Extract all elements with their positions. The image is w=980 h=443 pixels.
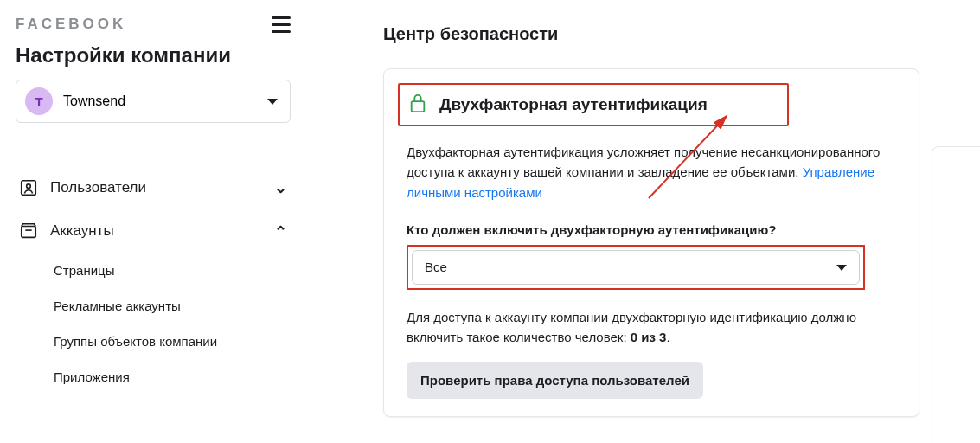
- svg-point-1: [27, 184, 31, 189]
- twofa-card: Двухфакторная аутентификация Двухфакторн…: [383, 68, 919, 417]
- twofa-question: Кто должен включить двухфакторную аутент…: [407, 220, 896, 240]
- company-name: Townsend: [63, 93, 125, 109]
- chevron-down-icon: [836, 265, 847, 271]
- info-suffix: .: [666, 330, 669, 344]
- nav-label: Аккаунты: [50, 222, 114, 240]
- sidebar-subitem-ad-accounts[interactable]: Рекламные аккаунты: [54, 288, 291, 324]
- chevron-down-icon: ⌄: [274, 178, 287, 197]
- users-icon: [19, 178, 38, 197]
- sidebar-subitem-asset-groups[interactable]: Группы объектов компании: [54, 324, 291, 359]
- annotation-box-heading: Двухфакторная аутентификация: [398, 83, 789, 126]
- accounts-icon: [19, 222, 38, 241]
- annotation-box-select: Все: [407, 245, 865, 290]
- sidebar-subitem-apps[interactable]: Приложения: [54, 359, 291, 395]
- adjacent-card-edge: [932, 146, 980, 443]
- card-heading: Двухфакторная аутентификация: [439, 95, 708, 114]
- sidebar-item-users[interactable]: Пользователи ⌄: [16, 166, 291, 209]
- twofa-who-select[interactable]: Все: [412, 250, 860, 285]
- twofa-info-text: Для доступа к аккаунту компании двухфакт…: [407, 307, 896, 348]
- company-selector[interactable]: T Townsend: [16, 80, 291, 123]
- chevron-down-icon: [267, 99, 278, 105]
- sidebar: FACEBOOK Настройки компании T Townsend: [0, 0, 307, 443]
- check-access-button[interactable]: Проверить права доступа пользователей: [407, 362, 703, 399]
- main-content: Центр безопасности Двухфакторная аутенти…: [307, 0, 980, 443]
- sidebar-subitem-pages[interactable]: Страницы: [54, 253, 291, 288]
- svg-rect-2: [22, 227, 36, 238]
- hamburger-icon[interactable]: [272, 16, 291, 33]
- page-title: Настройки компании: [16, 43, 291, 67]
- svg-rect-4: [412, 101, 425, 112]
- company-avatar: T: [25, 87, 53, 115]
- sidebar-item-accounts[interactable]: Аккаунты ⌄: [16, 209, 291, 253]
- lock-icon: [408, 92, 427, 118]
- main-title: Центр безопасности: [383, 24, 980, 44]
- select-value: Все: [425, 257, 447, 277]
- info-count: 0 из 3: [631, 330, 667, 344]
- brand-logo: FACEBOOK: [16, 16, 126, 33]
- nav-label: Пользователи: [50, 179, 146, 196]
- chevron-up-icon: ⌄: [274, 222, 287, 241]
